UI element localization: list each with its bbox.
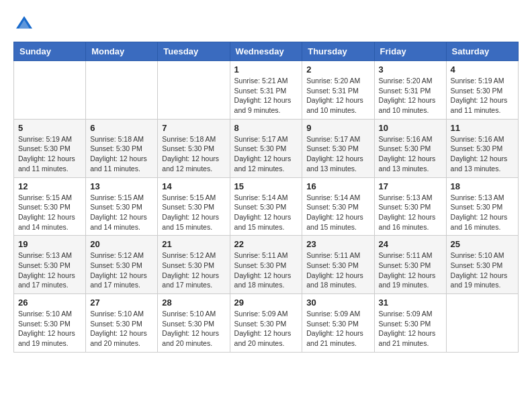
calendar-cell: 19Sunrise: 5:13 AM Sunset: 5:30 PM Dayli… bbox=[14, 236, 86, 294]
day-header-monday: Monday bbox=[86, 42, 158, 61]
calendar-week-row: 26Sunrise: 5:10 AM Sunset: 5:30 PM Dayli… bbox=[14, 294, 519, 353]
day-header-thursday: Thursday bbox=[302, 42, 374, 61]
day-number: 27 bbox=[90, 298, 153, 308]
day-info: Sunrise: 5:17 AM Sunset: 5:30 PM Dayligh… bbox=[306, 134, 369, 174]
calendar-cell: 11Sunrise: 5:16 AM Sunset: 5:30 PM Dayli… bbox=[446, 119, 518, 177]
calendar-header-row: SundayMondayTuesdayWednesdayThursdayFrid… bbox=[14, 42, 519, 61]
calendar-cell bbox=[86, 61, 158, 120]
day-info: Sunrise: 5:15 AM Sunset: 5:30 PM Dayligh… bbox=[90, 193, 153, 232]
calendar-cell: 1Sunrise: 5:21 AM Sunset: 5:31 PM Daylig… bbox=[230, 61, 302, 120]
day-number: 7 bbox=[162, 123, 225, 133]
day-info: Sunrise: 5:14 AM Sunset: 5:30 PM Dayligh… bbox=[234, 193, 298, 232]
day-info: Sunrise: 5:13 AM Sunset: 5:30 PM Dayligh… bbox=[18, 250, 81, 290]
calendar-cell: 30Sunrise: 5:09 AM Sunset: 5:30 PM Dayli… bbox=[302, 294, 374, 353]
day-info: Sunrise: 5:11 AM Sunset: 5:30 PM Dayligh… bbox=[234, 250, 298, 290]
calendar-week-row: 1Sunrise: 5:21 AM Sunset: 5:31 PM Daylig… bbox=[14, 61, 519, 120]
calendar-cell: 20Sunrise: 5:12 AM Sunset: 5:30 PM Dayli… bbox=[86, 236, 158, 294]
day-number: 20 bbox=[90, 239, 153, 249]
day-info: Sunrise: 5:10 AM Sunset: 5:30 PM Dayligh… bbox=[90, 309, 153, 349]
calendar-cell: 23Sunrise: 5:11 AM Sunset: 5:30 PM Dayli… bbox=[302, 236, 374, 294]
calendar-cell: 6Sunrise: 5:18 AM Sunset: 5:30 PM Daylig… bbox=[86, 119, 158, 177]
calendar-week-row: 19Sunrise: 5:13 AM Sunset: 5:30 PM Dayli… bbox=[14, 236, 519, 294]
calendar-cell: 3Sunrise: 5:20 AM Sunset: 5:31 PM Daylig… bbox=[374, 61, 446, 120]
day-info: Sunrise: 5:09 AM Sunset: 5:30 PM Dayligh… bbox=[379, 309, 442, 349]
day-number: 16 bbox=[306, 181, 369, 191]
calendar-cell: 12Sunrise: 5:15 AM Sunset: 5:30 PM Dayli… bbox=[14, 177, 86, 236]
calendar-cell bbox=[446, 294, 518, 353]
day-info: Sunrise: 5:12 AM Sunset: 5:30 PM Dayligh… bbox=[162, 250, 225, 290]
day-number: 19 bbox=[18, 239, 81, 249]
calendar-cell: 4Sunrise: 5:19 AM Sunset: 5:30 PM Daylig… bbox=[446, 61, 518, 120]
day-number: 26 bbox=[18, 298, 81, 308]
logo bbox=[13, 13, 38, 35]
calendar-week-row: 5Sunrise: 5:19 AM Sunset: 5:30 PM Daylig… bbox=[14, 119, 519, 177]
day-number: 30 bbox=[306, 298, 369, 308]
calendar-cell: 31Sunrise: 5:09 AM Sunset: 5:30 PM Dayli… bbox=[374, 294, 446, 353]
day-info: Sunrise: 5:17 AM Sunset: 5:30 PM Dayligh… bbox=[234, 134, 298, 174]
day-number: 24 bbox=[379, 239, 442, 249]
calendar-cell: 9Sunrise: 5:17 AM Sunset: 5:30 PM Daylig… bbox=[302, 119, 374, 177]
day-header-friday: Friday bbox=[374, 42, 446, 61]
calendar-cell: 24Sunrise: 5:11 AM Sunset: 5:30 PM Dayli… bbox=[374, 236, 446, 294]
day-number: 22 bbox=[234, 239, 298, 249]
day-info: Sunrise: 5:20 AM Sunset: 5:31 PM Dayligh… bbox=[379, 76, 442, 116]
day-info: Sunrise: 5:20 AM Sunset: 5:31 PM Dayligh… bbox=[306, 76, 369, 116]
day-info: Sunrise: 5:16 AM Sunset: 5:30 PM Dayligh… bbox=[379, 134, 442, 174]
day-info: Sunrise: 5:13 AM Sunset: 5:30 PM Dayligh… bbox=[451, 193, 514, 232]
day-info: Sunrise: 5:11 AM Sunset: 5:30 PM Dayligh… bbox=[306, 250, 369, 290]
calendar-cell: 10Sunrise: 5:16 AM Sunset: 5:30 PM Dayli… bbox=[374, 119, 446, 177]
calendar-cell: 15Sunrise: 5:14 AM Sunset: 5:30 PM Dayli… bbox=[230, 177, 302, 236]
day-number: 12 bbox=[18, 181, 81, 191]
day-info: Sunrise: 5:09 AM Sunset: 5:30 PM Dayligh… bbox=[306, 309, 369, 349]
calendar-cell bbox=[14, 61, 86, 120]
logo-icon bbox=[13, 13, 35, 35]
day-number: 15 bbox=[234, 181, 298, 191]
day-number: 9 bbox=[306, 123, 369, 133]
calendar-cell: 5Sunrise: 5:19 AM Sunset: 5:30 PM Daylig… bbox=[14, 119, 86, 177]
day-number: 4 bbox=[451, 64, 514, 75]
calendar-cell: 25Sunrise: 5:10 AM Sunset: 5:30 PM Dayli… bbox=[446, 236, 518, 294]
calendar-table: SundayMondayTuesdayWednesdayThursdayFrid… bbox=[13, 42, 519, 353]
day-number: 11 bbox=[451, 123, 514, 133]
calendar-cell: 22Sunrise: 5:11 AM Sunset: 5:30 PM Dayli… bbox=[230, 236, 302, 294]
calendar-cell bbox=[158, 61, 230, 120]
day-number: 21 bbox=[162, 239, 225, 249]
day-header-tuesday: Tuesday bbox=[158, 42, 230, 61]
day-number: 31 bbox=[379, 298, 442, 308]
page-header bbox=[13, 13, 519, 35]
day-number: 3 bbox=[379, 64, 442, 75]
day-number: 10 bbox=[379, 123, 442, 133]
day-number: 1 bbox=[234, 64, 298, 75]
day-header-wednesday: Wednesday bbox=[230, 42, 302, 61]
calendar-cell: 14Sunrise: 5:15 AM Sunset: 5:30 PM Dayli… bbox=[158, 177, 230, 236]
calendar-cell: 2Sunrise: 5:20 AM Sunset: 5:31 PM Daylig… bbox=[302, 61, 374, 120]
calendar-cell: 21Sunrise: 5:12 AM Sunset: 5:30 PM Dayli… bbox=[158, 236, 230, 294]
calendar-cell: 26Sunrise: 5:10 AM Sunset: 5:30 PM Dayli… bbox=[14, 294, 86, 353]
calendar-cell: 13Sunrise: 5:15 AM Sunset: 5:30 PM Dayli… bbox=[86, 177, 158, 236]
calendar-cell: 29Sunrise: 5:09 AM Sunset: 5:30 PM Dayli… bbox=[230, 294, 302, 353]
day-info: Sunrise: 5:21 AM Sunset: 5:31 PM Dayligh… bbox=[234, 76, 298, 116]
day-info: Sunrise: 5:18 AM Sunset: 5:30 PM Dayligh… bbox=[162, 134, 225, 174]
day-info: Sunrise: 5:15 AM Sunset: 5:30 PM Dayligh… bbox=[162, 193, 225, 232]
day-info: Sunrise: 5:10 AM Sunset: 5:30 PM Dayligh… bbox=[162, 309, 225, 349]
day-number: 23 bbox=[306, 239, 369, 249]
day-header-sunday: Sunday bbox=[14, 42, 86, 61]
day-number: 5 bbox=[18, 123, 81, 133]
day-info: Sunrise: 5:18 AM Sunset: 5:30 PM Dayligh… bbox=[90, 134, 153, 174]
day-info: Sunrise: 5:11 AM Sunset: 5:30 PM Dayligh… bbox=[379, 250, 442, 290]
day-info: Sunrise: 5:14 AM Sunset: 5:30 PM Dayligh… bbox=[306, 193, 369, 232]
day-number: 8 bbox=[234, 123, 298, 133]
calendar-cell: 18Sunrise: 5:13 AM Sunset: 5:30 PM Dayli… bbox=[446, 177, 518, 236]
day-info: Sunrise: 5:15 AM Sunset: 5:30 PM Dayligh… bbox=[18, 193, 81, 232]
day-number: 14 bbox=[162, 181, 225, 191]
day-info: Sunrise: 5:19 AM Sunset: 5:30 PM Dayligh… bbox=[451, 76, 514, 116]
calendar-cell: 17Sunrise: 5:13 AM Sunset: 5:30 PM Dayli… bbox=[374, 177, 446, 236]
calendar-cell: 7Sunrise: 5:18 AM Sunset: 5:30 PM Daylig… bbox=[158, 119, 230, 177]
calendar-cell: 28Sunrise: 5:10 AM Sunset: 5:30 PM Dayli… bbox=[158, 294, 230, 353]
day-number: 2 bbox=[306, 64, 369, 75]
day-info: Sunrise: 5:16 AM Sunset: 5:30 PM Dayligh… bbox=[451, 134, 514, 174]
day-info: Sunrise: 5:09 AM Sunset: 5:30 PM Dayligh… bbox=[234, 309, 298, 349]
calendar-cell: 16Sunrise: 5:14 AM Sunset: 5:30 PM Dayli… bbox=[302, 177, 374, 236]
day-info: Sunrise: 5:19 AM Sunset: 5:30 PM Dayligh… bbox=[18, 134, 81, 174]
day-number: 13 bbox=[90, 181, 153, 191]
